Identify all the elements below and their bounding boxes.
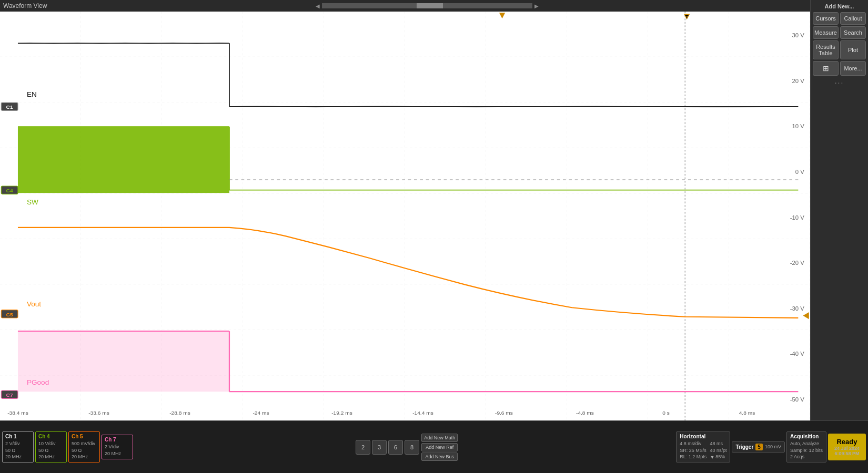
ch7-info[interactable]: Ch 7 2 V/div 20 MHz [102,435,133,459]
svg-text:PGood: PGood [27,378,49,386]
scroll-indicator[interactable]: ◀ ▶ [47,3,807,9]
num-6-button[interactable]: 6 [388,440,403,455]
num-2-button[interactable]: 2 [356,440,370,455]
acquisition-title: Acquisition [790,434,823,439]
svg-rect-29 [18,331,229,392]
right-panel: Add New... Cursors Callout Measure Searc… [810,0,868,420]
horizontal-title: Horizontal [680,434,726,439]
ch4-detail-3: 20 MHz [38,454,64,460]
ch1-label: Ch 1 [5,434,31,439]
svg-text:-9.6 ms: -9.6 ms [495,410,513,416]
analyze-button[interactable]: ⊞ [813,61,839,76]
trigger-level: 100 mV [765,444,781,450]
svg-text:T: T [685,14,689,19]
horizontal-info[interactable]: Horizontal 4.8 ms/div SR: 25 MS/s RL: 1.… [676,431,730,462]
svg-text:-24 ms: -24 ms [253,410,269,416]
scroll-thumb[interactable] [417,3,443,8]
ch4-label: Ch 4 [38,434,64,439]
waveform-svg: T 30 V 20 V 10 V 0 V -10 V -20 V -30 V -… [0,12,810,420]
svg-text:Vout: Vout [27,300,41,308]
svg-text:-14.4 ms: -14.4 ms [412,410,433,416]
waveform-title-bar: Waveform View ◀ ▶ [0,0,810,12]
ch1-detail-3: 20 MHz [5,454,31,460]
plot-button[interactable]: Plot [840,40,866,59]
svg-text:-38.4 ms: -38.4 ms [7,410,28,416]
svg-text:C4: C4 [6,188,13,193]
callout-button[interactable]: Callout [840,12,866,25]
ch5-detail-1: 500 mV/div [72,440,97,447]
svg-text:C7: C7 [6,392,13,398]
scroll-bar[interactable] [322,3,532,8]
ch4-detail-1: 10 V/div [38,440,64,447]
acq-line1: Auto, Analyze [790,440,823,447]
svg-rect-21 [18,127,229,193]
svg-text:4.8 ms: 4.8 ms [739,410,755,416]
svg-text:C5: C5 [6,312,13,317]
trigger-num: 5 [755,444,763,450]
svg-text:-20 V: -20 V [790,260,805,266]
ch7-detail-1: 2 V/div [105,444,130,450]
svg-text:C1: C1 [6,104,13,110]
ch5-label: Ch 5 [72,434,97,439]
svg-text:-30 V: -30 V [790,305,805,312]
horizontal-pct: 85% [715,454,725,460]
add-new-title: Add New... [813,2,866,11]
svg-text:0 s: 0 s [662,410,670,416]
search-button[interactable]: Search [840,26,866,39]
trigger-details: 100 mV [765,444,781,450]
svg-text:-4.8 ms: -4.8 ms [576,410,594,416]
num-3-button[interactable]: 3 [372,440,387,455]
svg-text:30 V: 30 V [792,32,804,38]
channel-spacer: 2 3 6 8 Add New Math Add New Ref Add New… [135,434,674,461]
date-text: 24 Jul 2024 [834,446,860,451]
measure-button[interactable]: Measure [813,26,839,39]
ready-button[interactable]: Ready 24 Jul 2024 6:09:58 PM [828,434,866,460]
ch7-label: Ch 7 [105,437,130,443]
horizontal-right: 48 ms 40 ns/pt ▼ 85% [710,440,726,460]
acquisition-info[interactable]: Acquisition Auto, Analyze Sample: 12 bit… [786,431,826,462]
waveform-title: Waveform View [3,2,47,9]
svg-text:-50 V: -50 V [790,396,805,403]
svg-text:SW: SW [27,198,38,206]
ch1-detail-2: 50 Ω [5,447,31,454]
trigger-title: Trigger [735,444,753,450]
ch5-detail-3: 20 MHz [72,454,97,460]
down-arrow-icon: ▼ [710,455,714,460]
ch4-detail-2: 50 Ω [38,447,64,454]
svg-text:10 V: 10 V [792,124,804,130]
time-text: 6:09:58 PM [834,451,860,456]
bottom-bar: Ch 1 2 V/div 50 Ω 20 MHz Ch 4 10 V/div 5… [0,420,868,473]
add-bus-button[interactable]: Add New Bus [421,453,458,461]
trigger-left: Trigger [735,444,753,450]
more-button[interactable]: More... [840,61,866,76]
results-table-button[interactable]: Results Table [813,40,839,59]
ch1-info[interactable]: Ch 1 2 V/div 50 Ω 20 MHz [2,431,34,462]
add-buttons: Add New Math Add New Ref Add New Bus [421,434,458,461]
svg-text:-10 V: -10 V [790,214,805,221]
add-ref-button[interactable]: Add New Ref [421,443,458,451]
svg-text:-28.8 ms: -28.8 ms [169,410,190,416]
num-buttons: 2 3 6 8 [356,440,419,455]
svg-text:-33.6 ms: -33.6 ms [88,410,109,416]
num-8-button[interactable]: 8 [405,440,419,455]
svg-text:EN: EN [27,90,37,98]
ch1-detail-1: 2 V/div [5,440,31,447]
acq-line3: 2 Acqs [790,454,823,460]
cursors-button[interactable]: Cursors [813,12,839,25]
svg-text:0 V: 0 V [795,169,805,175]
waveform-canvas: T 30 V 20 V 10 V 0 V -10 V -20 V -30 V -… [0,12,810,420]
ch4-info[interactable]: Ch 4 10 V/div 50 Ω 20 MHz [35,431,67,462]
acq-line2: Sample: 12 bits [790,447,823,454]
horizontal-left: 4.8 ms/div SR: 25 MS/s RL: 1.2 Mpts [680,440,706,460]
ch5-info[interactable]: Ch 5 500 mV/div 50 Ω 20 MHz [68,431,100,462]
scroll-left-arrow[interactable]: ◀ [314,3,322,9]
scroll-right-arrow[interactable]: ▶ [532,3,541,9]
svg-text:20 V: 20 V [792,78,804,84]
panel-dots: ··· [813,77,866,88]
trigger-info[interactable]: Trigger 5 100 mV [732,441,785,453]
add-math-button[interactable]: Add New Math [421,434,458,442]
svg-text:-40 V: -40 V [790,351,805,357]
svg-text:-19.2 ms: -19.2 ms [331,410,352,416]
ch5-detail-2: 50 Ω [72,447,97,454]
ch7-detail-2: 20 MHz [105,450,130,457]
